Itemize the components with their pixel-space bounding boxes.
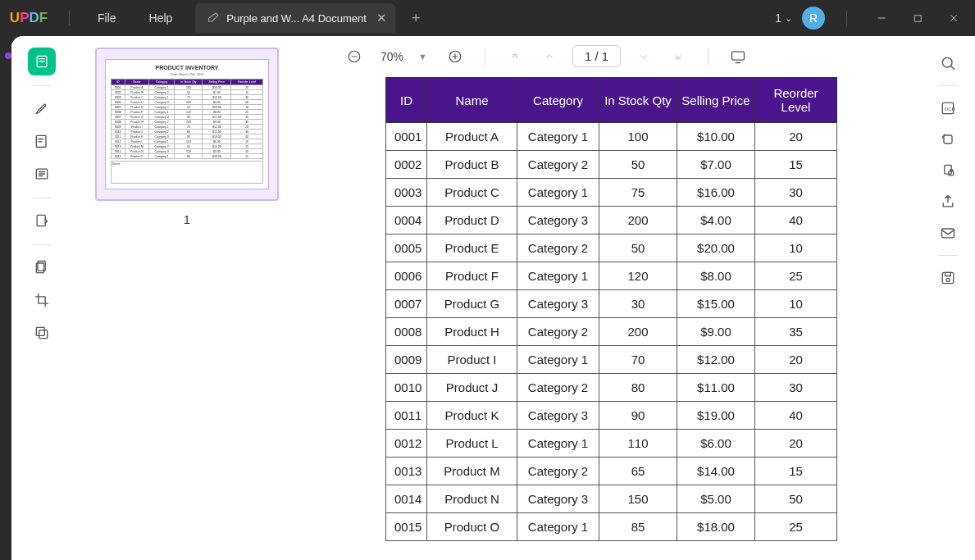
share-button[interactable] [934, 188, 962, 216]
crop-tool[interactable] [28, 286, 56, 314]
table-row: 0003Product CCategory 175$16.0030 [386, 179, 837, 207]
thumb-table: IDNameCategoryIn Stock QtySelling PriceR… [111, 79, 263, 159]
eraser-icon [207, 11, 220, 25]
table-header: Reorder Level [755, 78, 837, 123]
separator [708, 48, 708, 66]
table-cell: 35 [755, 318, 837, 346]
table-cell: 0007 [386, 290, 427, 318]
table-cell: Category 1 [517, 346, 599, 374]
presentation-button[interactable] [727, 45, 749, 68]
document-scroll[interactable]: IDNameCategoryIn Stock QtySelling PriceR… [302, 77, 921, 560]
table-row: 0002Product BCategory 250$7.0015 [386, 151, 837, 179]
table-cell: 0003 [386, 179, 427, 207]
minimize-button[interactable] [868, 7, 895, 30]
separator [485, 48, 485, 66]
table-cell: $9.00 [677, 318, 755, 346]
table-cell: Product F [427, 262, 517, 290]
maximize-button[interactable] [904, 7, 931, 30]
protect-button[interactable] [934, 157, 962, 184]
table-cell: 70 [599, 346, 677, 374]
table-row: 0014Product NCategory 3150$5.0050 [386, 485, 837, 513]
table-cell: 200 [599, 207, 677, 234]
form-tool[interactable] [28, 207, 56, 234]
table-cell: $4.00 [677, 207, 755, 234]
zoom-level: 70% [380, 50, 403, 63]
table-cell: 110 [599, 430, 677, 458]
svg-rect-7 [36, 327, 44, 335]
table-cell: 0015 [386, 513, 427, 541]
table-cell: Product E [427, 234, 517, 262]
table-cell: Category 1 [517, 430, 599, 458]
separator [33, 244, 51, 245]
table-cell: Category 1 [517, 179, 599, 207]
table-header: In Stock Qty [599, 78, 677, 123]
table-header: Category [517, 78, 599, 123]
last-page-button[interactable] [667, 45, 690, 68]
window-count[interactable]: 1⌄ [775, 11, 792, 25]
table-cell: 100 [599, 123, 677, 151]
table-cell: Category 1 [517, 513, 599, 541]
close-icon[interactable]: ✕ [376, 11, 387, 25]
table-cell: Product M [427, 458, 517, 485]
table-header: Name [427, 78, 517, 123]
first-page-button[interactable] [503, 45, 526, 68]
next-page-button[interactable] [632, 45, 655, 68]
table-cell: 25 [755, 262, 837, 290]
chevron-down-icon[interactable]: ▼ [418, 52, 427, 61]
table-cell: 0013 [386, 458, 427, 485]
text-tool[interactable] [28, 160, 56, 188]
app-logo: UPDF [0, 10, 57, 26]
table-cell: 20 [755, 123, 837, 151]
table-cell: $12.00 [677, 346, 755, 374]
table-cell: 75 [599, 179, 677, 207]
tab-title: Purple and W... A4 Document [226, 12, 367, 25]
comment-tool[interactable] [28, 127, 56, 155]
ocr-button[interactable]: OCR [934, 94, 962, 122]
search-button[interactable] [934, 49, 962, 77]
svg-rect-15 [944, 135, 952, 143]
table-cell: $11.00 [677, 374, 755, 402]
prev-page-button[interactable] [538, 45, 561, 68]
table-cell: 30 [755, 179, 837, 207]
close-button[interactable] [941, 7, 967, 30]
table-header: Selling Price [677, 78, 755, 123]
menu-file[interactable]: File [81, 11, 133, 25]
table-cell: Product O [427, 513, 517, 541]
menu-help[interactable]: Help [133, 11, 189, 25]
svg-rect-0 [914, 15, 921, 21]
table-row: 0004Product DCategory 3200$4.0040 [386, 207, 837, 234]
thumb-date: Date: March 25th 2024 [111, 72, 263, 76]
rotate-button[interactable] [934, 125, 962, 153]
save-button[interactable] [934, 264, 962, 292]
document-tab[interactable]: Purple and W... A4 Document ✕ [195, 3, 395, 33]
svg-rect-4 [37, 215, 45, 225]
page-thumbnail[interactable]: PRODUCT INVENTORY Date: March 25th 2024 … [95, 48, 279, 201]
thumbnails-tool[interactable] [28, 48, 56, 75]
table-cell: Category 2 [517, 374, 599, 402]
add-tab-button[interactable]: + [412, 10, 421, 27]
zoom-out-button[interactable] [343, 45, 366, 68]
table-cell: 30 [599, 290, 677, 318]
table-cell: Product K [427, 402, 517, 430]
table-cell: 65 [599, 458, 677, 485]
zoom-in-button[interactable] [444, 45, 467, 68]
table-cell: 50 [755, 485, 837, 513]
pages-tool[interactable] [28, 253, 56, 281]
table-cell: Category 2 [517, 151, 599, 179]
avatar[interactable]: R [802, 7, 825, 30]
table-cell: 0005 [386, 234, 427, 262]
page-indicator[interactable]: 1 / 1 [572, 45, 621, 67]
table-cell: 0012 [386, 430, 427, 458]
title-bar: UPDF File Help Purple and W... A4 Docume… [0, 0, 975, 36]
batch-tool[interactable] [28, 319, 56, 347]
table-cell: $8.00 [677, 262, 755, 290]
table-cell: Category 2 [517, 234, 599, 262]
table-cell: Product L [427, 430, 517, 458]
svg-text:OCR: OCR [945, 107, 955, 112]
table-cell: 80 [599, 374, 677, 402]
email-button[interactable] [934, 219, 962, 247]
table-cell: 15 [755, 151, 837, 179]
table-cell: 0014 [386, 485, 427, 513]
highlighter-tool[interactable] [28, 94, 56, 122]
table-cell: 25 [755, 513, 837, 541]
